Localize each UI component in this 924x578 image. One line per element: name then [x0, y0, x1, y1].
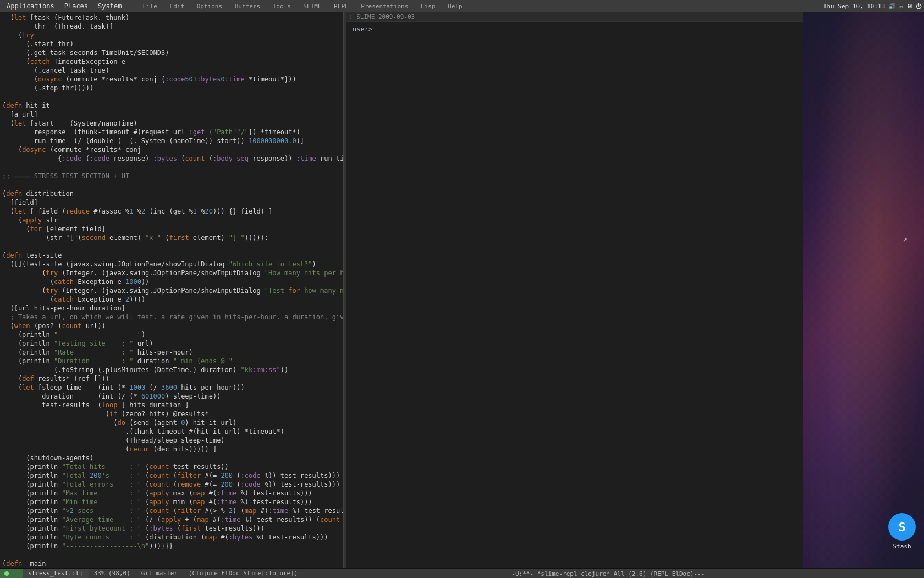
menu-file[interactable]: File [138, 2, 162, 11]
code-line: (defn distribution [0, 189, 343, 198]
status-info: 33% (98,0) Git-master (Clojure ElDoc Sli… [89, 569, 508, 578]
code-line: (dosync (commute *results* conj {:code 5… [0, 75, 343, 84]
code-line: run-time (/ (double (- (. System (nanoTi… [0, 137, 343, 145]
menu-help[interactable]: Help [443, 2, 467, 11]
code-line [0, 163, 343, 172]
menu-repl[interactable]: REPL [329, 2, 353, 11]
status-filename: stress_test.clj [23, 569, 88, 578]
editor-pane[interactable]: (let [task (FutureTask. thunk) thr (Thre… [0, 12, 344, 568]
code-line: (println "Total hits : " (count test-res… [0, 462, 343, 471]
code-line [0, 242, 343, 251]
code-line: .(thunk-timeout #(hit-it url) *timeout*) [0, 427, 343, 436]
code-line: (defn test-site [0, 251, 343, 260]
cursor-indicator: ↗ [903, 235, 908, 243]
code-line: ;; ==== STRESS TEST SECTION + UI [0, 172, 343, 181]
code-line: (do (send (agent 0) hit-it url) [0, 418, 343, 427]
code-line: (Thread/sleep sleep-time) [0, 436, 343, 445]
code-line: (let [sleep-time (int (* 1000 (/ 3600 hi… [0, 383, 343, 392]
code-line: (catch Exception e 1000)) [0, 277, 343, 286]
system-datetime: Thu Sep 10, 10:13 [823, 3, 886, 10]
code-line [0, 550, 343, 559]
status-dot [4, 571, 9, 576]
code-line: (.toString (.plusMinutes (DateTime.) dur… [0, 366, 343, 374]
code-line: response (thunk-timeout #(request url :g… [0, 128, 343, 137]
code-line: (if (zero? hits) @results* [0, 410, 343, 418]
code-line: (let [ field (reduce #(assoc %1 %2 (inc … [0, 207, 343, 216]
code-line: duration (int (/ (* 60 1000) sleep-time)… [0, 392, 343, 401]
stash-icon-label: Stash [893, 543, 911, 550]
code-line: (println "Rate : " hits-per-hour) [0, 348, 343, 357]
menu-presentations[interactable]: Presentations [356, 2, 413, 11]
menu-options[interactable]: Options [193, 2, 227, 11]
code-line: (println "--------------------") [0, 330, 343, 339]
menu-buffers[interactable]: Buffers [230, 2, 265, 11]
statusbar: -- stress_test.clj 33% (98,0) Git-master… [0, 568, 924, 578]
code-line: (try (Integer. (javax.swing.JOptionPane/… [0, 269, 343, 277]
stash-icon[interactable]: S Stash [886, 513, 919, 552]
code-line: {:code (:code response) :bytes (count (:… [0, 154, 343, 163]
code-line: (println "Max time : " (apply max (map #… [0, 489, 343, 498]
code-line: (.start thr) [0, 40, 343, 48]
menu-lisp[interactable]: Lisp [416, 2, 440, 11]
code-line [0, 92, 343, 101]
code-line: (println "Byte counts : " (distribution … [0, 533, 343, 542]
code-line: (println "Total errors : " (count (remov… [0, 480, 343, 489]
sound-icon[interactable]: 🔊 [888, 3, 896, 10]
code-line: (dosync (commute *results* conj [0, 145, 343, 154]
code-line: (for [element field] [0, 225, 343, 233]
menubar: Applications Places System File Edit Opt… [0, 0, 924, 12]
menubar-right: Thu Sep 10, 10:13 🔊 ✉ 🖥 ⏻ [823, 3, 922, 10]
code-line: (.get task seconds TimeUnit/SECONDS) [0, 48, 343, 57]
power-icon[interactable]: ⏻ [916, 3, 922, 10]
code-line: (catch Exception e 2)))) [0, 295, 343, 304]
menu-tools[interactable]: Tools [268, 2, 295, 11]
code-line: (defn hit-it [0, 101, 343, 110]
repl-header: ; SLIME 2009-09-03 [346, 12, 803, 22]
code-line: (println "Total 200's : " (count (filter… [0, 471, 343, 480]
code-area[interactable]: (let [task (FutureTask. thunk) thr (Thre… [0, 12, 343, 568]
code-line: (recur (dec hits))))) ] [0, 445, 343, 454]
status-indicator: -- [0, 569, 23, 578]
repl-pane[interactable]: ; SLIME 2009-09-03 user> [346, 12, 803, 568]
code-line: thr (Thread. task)] [0, 22, 343, 31]
code-line: (str "["(second element) "x " (first ele… [0, 233, 343, 242]
code-line: (when (pos? (count url)) [0, 321, 343, 330]
code-line: (defn -main [0, 559, 343, 568]
code-line: (.stop thr))))) [0, 84, 343, 92]
menu-applications[interactable]: Applications [2, 1, 59, 11]
stash-icon-circle: S [888, 513, 916, 541]
menu-edit[interactable]: Edit [166, 2, 189, 11]
menubar-left: Applications Places System File Edit Opt… [2, 1, 467, 11]
repl-statusbar: -U:**- *slime-repl clojure* All (2,6) (R… [507, 569, 924, 578]
code-line: ; Takes a url, on which we will test. a … [0, 313, 343, 321]
menu-system[interactable]: System [94, 1, 126, 11]
wallpaper: ↗ S Stash [803, 12, 924, 568]
code-line: (shutdown-agents) [0, 454, 343, 462]
code-line: test-results (loop [ hits duration ] [0, 401, 343, 410]
code-line: (catch TimeoutException e [0, 57, 343, 66]
repl-prompt[interactable]: user> [349, 24, 800, 34]
network-icon[interactable]: 🖥 [906, 3, 912, 10]
code-line: (println "Min time : " (apply min (map #… [0, 498, 343, 506]
main-area: (let [task (FutureTask. thunk) thr (Thre… [0, 12, 924, 568]
code-line: (apply str [0, 216, 343, 225]
status-dashes: -- [11, 570, 18, 577]
code-line: [a url] [0, 110, 343, 119]
code-line: (println ">2 secs : " (count (filter #(>… [0, 506, 343, 515]
code-line: [field] [0, 198, 343, 207]
code-line: (println "Testing site : " url) [0, 339, 343, 348]
code-line: (def results* (ref [])) [0, 374, 343, 383]
menu-places[interactable]: Places [60, 1, 92, 11]
repl-content[interactable]: user> [346, 22, 803, 568]
code-line: (.cancel task true) [0, 66, 343, 75]
code-line [0, 181, 343, 189]
mail-icon[interactable]: ✉ [899, 3, 903, 10]
code-line: (println "------------------\n")))}}} [0, 542, 343, 550]
code-line: (println "Duration : " duration " min (e… [0, 357, 343, 366]
code-line: (let [start (System/nanoTime) [0, 119, 343, 128]
code-line: ([url hits-per-hour duration] [0, 304, 343, 313]
code-line: ([](test-site (javax.swing.JOptionPane/s… [0, 260, 343, 269]
menu-slime[interactable]: SLIME [299, 2, 326, 11]
code-line: (let [task (FutureTask. thunk) [0, 13, 343, 22]
code-line: (println "First bytecount : " (:bytes (f… [0, 524, 343, 533]
